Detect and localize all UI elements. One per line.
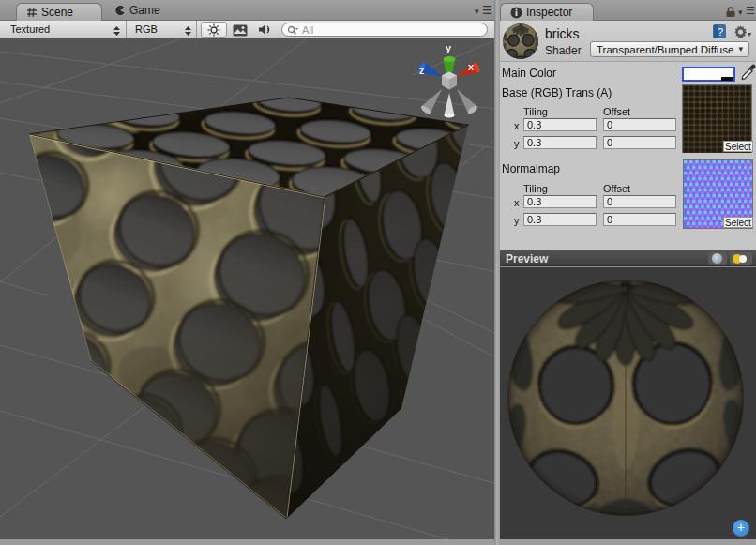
svg-text:z: z [419, 65, 425, 76]
svg-text:y: y [446, 42, 452, 53]
svg-text:x: x [468, 61, 475, 72]
svg-text:?: ? [718, 26, 723, 38]
